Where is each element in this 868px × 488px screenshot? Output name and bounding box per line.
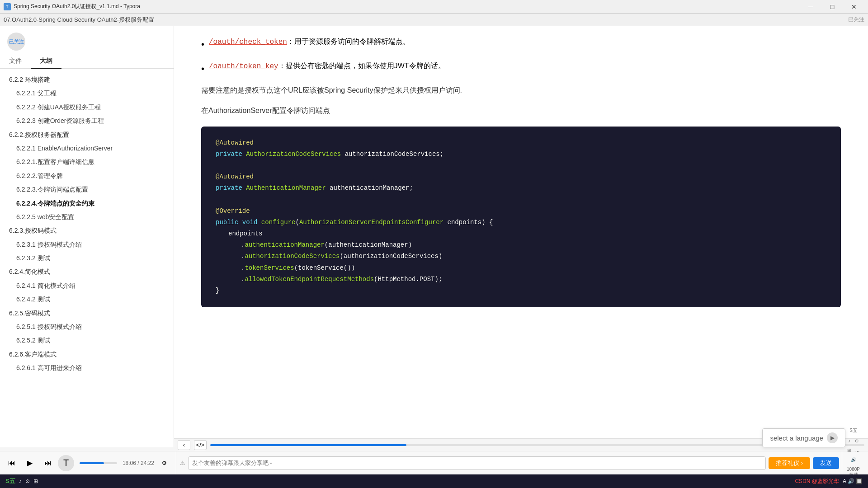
send-button[interactable]: 发送 [813, 457, 839, 469]
status-csdn: CSDN @蓝影光华 [795, 478, 839, 485]
nav-item-6.2.5.1[interactable]: 6.2.5.1 授权码模式介绍 [0, 320, 174, 333]
nav-item-6.2.2.5[interactable]: 6.2.2.5 web安全配置 [0, 210, 174, 224]
content-area: • /oauth/check_token：用于资源服务访问的令牌解析端点。 • … [174, 26, 868, 447]
nav-item-6.2.5.2[interactable]: 6.2.5.2 测试 [0, 333, 174, 347]
code-token-key: /token_key [235, 62, 278, 70]
code-line-11: .authorizationCodeServices(authorization… [216, 251, 826, 262]
nav-container: 6.2.2 环境搭建6.2.2.1 父工程6.2.2.2 创建UAA授权服务工程… [0, 73, 174, 375]
tag-button[interactable]: </> [194, 440, 207, 450]
back-button[interactable]: ‹ [178, 440, 190, 450]
title-bar: T Spring Security OAuth2.0认证授权_v1.1.md -… [0, 0, 868, 14]
nav-item-6.2.2.1b[interactable]: 6.2.2.1 EnableAuthorizationServer [0, 141, 174, 155]
code-line-4: @Autowired [216, 171, 826, 183]
progress-fill [210, 444, 406, 446]
code-line-5: private AuthenticationManager authentica… [216, 183, 826, 194]
nav-item-6.2.2[interactable]: 6.2.2 环境搭建 [0, 73, 174, 86]
top-right-label: 已关注 [848, 16, 864, 23]
sidebar: 已关注 文件 大纲 6.2.2 环境搭建6.2.2.1 父工程6.2.2.2 创… [0, 26, 174, 447]
more-icon[interactable]: ⊙ [854, 437, 859, 444]
music-icon[interactable]: ♪ [847, 437, 851, 444]
prev-button[interactable]: ⏮ [4, 455, 20, 471]
tab-outline[interactable]: 大纲 [31, 54, 61, 69]
nav-item-6.2.2.1c[interactable]: 6.2.2.1.配置客户端详细信息 [0, 155, 174, 169]
maximize-button[interactable]: □ [822, 0, 843, 14]
close-button[interactable]: ✕ [844, 0, 864, 14]
para1: 需要注意的是授权节点这个URL应该被Spring Security保护起来只供授… [201, 84, 841, 97]
window-title: Spring Security OAuth2.0认证授权_v1.1.md - T… [14, 3, 140, 10]
next-button[interactable]: ⏭ [40, 455, 56, 471]
gift-button[interactable]: 推荐礼仪 › [769, 457, 810, 469]
bullet-dot-2: • [201, 61, 204, 77]
nav-item-6.2.2p[interactable]: 6.2.2.授权服务器配置 [0, 128, 174, 141]
app-icon: T [4, 3, 11, 10]
code-block: @Autowired private AuthorizationCodeServ… [201, 127, 841, 308]
player-bar: ⏮ ▶ ⏭ T 18:06 / 24:22 ⚙ ⚠ 推荐礼仪 › 发送 S五 ♪… [0, 451, 868, 474]
doc-subtitle: 07.OAuth2.0-Spring Cloud Security OAuth2… [4, 16, 154, 24]
nav-item-6.2.3[interactable]: 6.2.3.授权码模式 [0, 224, 174, 237]
bullet-dot-1: • [201, 36, 204, 52]
select-language-dropdown[interactable]: select a language ▶ [762, 428, 845, 447]
settings-button[interactable]: ⚙ [156, 455, 172, 471]
status-icons: A 🔊 🔲 [843, 478, 863, 484]
nav-item-6.2.2.2[interactable]: 6.2.2.2 创建UAA授权服务工程 [0, 100, 174, 114]
status-sougou: S五 [5, 477, 15, 485]
sidebar-header: 已关注 [0, 31, 174, 54]
time-display: 18:06 / 24:22 [123, 460, 154, 466]
progress-bar[interactable] [80, 462, 117, 464]
avatar: 已关注 [7, 33, 25, 51]
status-grid: ⊞ [33, 478, 38, 484]
player-controls: ⏮ ▶ ⏭ T 18:06 / 24:22 ⚙ [0, 451, 176, 474]
keyboard-icon[interactable]: ⊞ [846, 447, 852, 454]
select-language-arrow[interactable]: ▶ [827, 432, 838, 443]
code-line-9: endpoints [216, 228, 826, 239]
status-dot: ⊙ [25, 478, 30, 484]
select-language-label: select a language [770, 434, 823, 442]
code-line-1: @Autowired [216, 137, 826, 149]
chat-input[interactable] [188, 456, 766, 470]
menu-bar: 07.OAuth2.0-Spring Cloud Security OAuth2… [0, 14, 868, 26]
minimize-button[interactable]: ─ [800, 0, 821, 14]
nav-item-6.2.4.1[interactable]: 6.2.4.1 简化模式介绍 [0, 279, 174, 292]
code-oauth-2: /oauth [209, 62, 235, 70]
nav-item-6.2.4.2[interactable]: 6.2.4.2 测试 [0, 292, 174, 306]
bullet-item-2: • /oauth/token_key：提供公有密匙的端点，如果你使用JWT令牌的… [201, 60, 841, 77]
code-line-13: .allowedTokenEndpointRequestMethods(Http… [216, 274, 826, 285]
nav-item-6.2.5[interactable]: 6.2.5.密码模式 [0, 306, 174, 320]
nav-item-6.2.2.3[interactable]: 6.2.2.3 创建Order资源服务工程 [0, 114, 174, 127]
code-line-8: public void configure(AuthorizationServe… [216, 217, 826, 228]
nav-item-6.2.2.4[interactable]: 6.2.2.4.令牌端点的安全约束 [0, 197, 174, 210]
progress-fill [80, 462, 104, 464]
code-line-3 [216, 160, 826, 171]
code-check-token: /check_token [235, 38, 287, 46]
bullet-item-1: • /oauth/check_token：用于资源服务访问的令牌解析端点。 [201, 35, 841, 52]
nav-item-6.2.2.2b[interactable]: 6.2.2.2.管理令牌 [0, 169, 174, 183]
nav-item-6.2.4[interactable]: 6.2.4.简化模式 [0, 265, 174, 278]
nav-item-6.2.3.1[interactable]: 6.2.3.1 授权码模式介绍 [0, 238, 174, 251]
code-line-6 [216, 194, 826, 206]
nav-item-6.2.2.1[interactable]: 6.2.2.1 父工程 [0, 86, 174, 100]
status-bar: S五 ♪ ⊙ ⊞ CSDN @蓝影光华 A 🔊 🔲 [0, 474, 868, 488]
play-button[interactable]: ▶ [22, 455, 38, 471]
code-line-12: .tokenServices(tokenService()) [216, 263, 826, 274]
tab-file[interactable]: 文件 [0, 54, 31, 68]
nav-item-6.2.2.3b[interactable]: 6.2.2.3.令牌访问端点配置 [0, 183, 174, 196]
volume-icon[interactable]: 🔊 [850, 456, 857, 463]
sougou-icon[interactable]: S五 [849, 427, 858, 435]
status-music: ♪ [19, 478, 22, 484]
player-avatar: T [58, 455, 74, 471]
nav-item-6.2.6.1[interactable]: 6.2.6.1 高可用进来介绍 [0, 361, 174, 375]
avatar-label: 已关注 [9, 38, 24, 45]
nav-item-6.2.6[interactable]: 6.2.6.客户端模式 [0, 347, 174, 361]
code-line-14: } [216, 285, 826, 296]
para2: 在AuthorizationServer配置令牌访问端点 [201, 104, 841, 117]
right-toolbar: S五 ♪ ⊙ ⊞ … 🔊 1080P 超清 选集 1.5x [842, 451, 864, 474]
nav-item-6.2.3.2[interactable]: 6.2.3.2 测试 [0, 251, 174, 265]
extra-icon[interactable]: … [854, 447, 861, 454]
sidebar-tabs: 文件 大纲 [0, 54, 174, 69]
code-line-10: .authenticationManager(authenticationMan… [216, 239, 826, 251]
bullet1-suffix: ：用于资源服务访问的令牌解析端点。 [287, 38, 410, 45]
code-oauth-1: /oauth [209, 38, 235, 46]
warning-icon: ⚠ [180, 460, 185, 466]
code-line-2: private AuthorizationCodeServices author… [216, 149, 826, 160]
bullet2-suffix: ：提供公有密匙的端点，如果你使用JWT令牌的话。 [278, 62, 445, 70]
